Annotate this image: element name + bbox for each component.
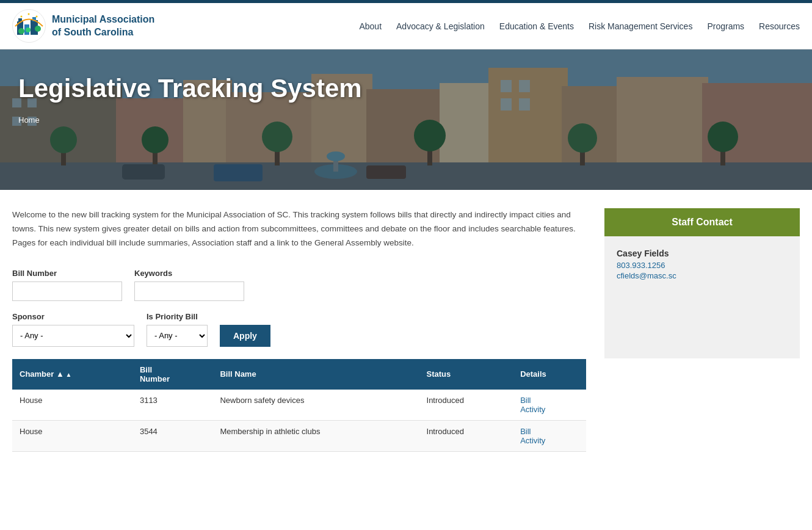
staff-phone[interactable]: 803.933.1256	[617, 261, 788, 270]
svg-point-9	[21, 16, 23, 18]
nav-risk[interactable]: Risk Management Services	[589, 21, 692, 31]
logo-area: Municipal Association of South Carolina	[12, 9, 154, 43]
hero-section: Legislative Tracking System Home	[0, 49, 812, 190]
cell-status: Introduced	[419, 420, 513, 451]
nav-programs[interactable]: Programs	[707, 21, 744, 31]
cell-chamber: House	[12, 420, 132, 451]
col-chamber[interactable]: Chamber ▲	[12, 359, 132, 390]
nav-advocacy[interactable]: Advocacy & Legislation	[396, 21, 485, 31]
search-form: Bill Number Keywords Sponsor - Any - Is …	[12, 269, 586, 347]
hero-content: Legislative Tracking System Home	[0, 49, 812, 131]
col-bill-name: Bill Name	[212, 359, 419, 390]
col-status: Status	[419, 359, 513, 390]
svg-point-6	[18, 28, 24, 34]
svg-point-7	[26, 27, 31, 32]
header: Municipal Association of South Carolina …	[0, 3, 812, 49]
cell-details: Bill Activity	[513, 420, 586, 451]
keywords-group: Keywords	[134, 269, 244, 301]
keywords-input[interactable]	[134, 281, 244, 301]
bill-number-input[interactable]	[12, 281, 122, 301]
priority-select[interactable]: - Any -	[147, 325, 208, 347]
svg-point-10	[28, 13, 30, 15]
col-bill-number: BillNumber	[132, 359, 212, 390]
nav-education[interactable]: Education & Events	[499, 21, 574, 31]
sponsor-select[interactable]: - Any -	[12, 325, 134, 347]
content-area: Welcome to the new bill tracking system …	[12, 208, 604, 452]
activity-link-0[interactable]: Activity	[520, 405, 579, 414]
bill-link-0[interactable]: Bill	[520, 396, 579, 405]
staff-contact-header: Staff Contact	[604, 208, 800, 236]
logo-icon	[12, 9, 46, 43]
svg-point-11	[36, 16, 38, 18]
form-row-2: Sponsor - Any - Is Priority Bill - Any -…	[12, 312, 586, 347]
bill-number-group: Bill Number	[12, 269, 122, 301]
bill-link-1[interactable]: Bill	[520, 427, 579, 436]
staff-email[interactable]: cfields@masc.sc	[617, 271, 788, 280]
form-row-1: Bill Number Keywords	[12, 269, 586, 301]
cell-bill-number: 3113	[132, 390, 212, 421]
nav-about[interactable]: About	[359, 21, 382, 31]
cell-bill-name: Membership in athletic clubs	[212, 420, 419, 451]
breadcrumb: Home	[18, 115, 794, 125]
logo-text: Municipal Association of South Carolina	[52, 13, 154, 39]
keywords-label: Keywords	[134, 269, 244, 278]
breadcrumb-home-link[interactable]: Home	[18, 115, 40, 125]
table-row: House 3113 Newborn safety devices Introd…	[12, 390, 586, 421]
col-details: Details	[513, 359, 586, 390]
cell-bill-number: 3544	[132, 420, 212, 451]
intro-text: Welcome to the new bill tracking system …	[12, 208, 586, 250]
cell-chamber: House	[12, 390, 132, 421]
svg-point-8	[35, 26, 41, 32]
activity-link-1[interactable]: Activity	[520, 436, 579, 445]
table-header: Chamber ▲ BillNumber Bill Name Status De…	[12, 359, 586, 390]
sidebar: Staff Contact Casey Fields 803.933.1256 …	[604, 208, 800, 358]
priority-group: Is Priority Bill - Any -	[147, 312, 208, 347]
hero-title: Legislative Tracking System	[18, 74, 794, 103]
bill-table: Chamber ▲ BillNumber Bill Name Status De…	[12, 359, 586, 452]
main-nav: About Advocacy & Legislation Education &…	[359, 21, 800, 31]
cell-details: Bill Activity	[513, 390, 586, 421]
cell-bill-name: Newborn safety devices	[212, 390, 419, 421]
table-body: House 3113 Newborn safety devices Introd…	[12, 390, 586, 452]
staff-name: Casey Fields	[617, 249, 788, 258]
main-layout: Welcome to the new bill tracking system …	[0, 190, 812, 470]
table-row: House 3544 Membership in athletic clubs …	[12, 420, 586, 451]
apply-button[interactable]: Apply	[220, 325, 270, 347]
nav-resources[interactable]: Resources	[759, 21, 800, 31]
bill-number-label: Bill Number	[12, 269, 122, 278]
cell-status: Introduced	[419, 390, 513, 421]
staff-contact-body: Casey Fields 803.933.1256 cfields@masc.s…	[604, 236, 800, 358]
sponsor-group: Sponsor - Any -	[12, 312, 134, 347]
sponsor-label: Sponsor	[12, 312, 134, 321]
priority-label: Is Priority Bill	[147, 312, 208, 321]
